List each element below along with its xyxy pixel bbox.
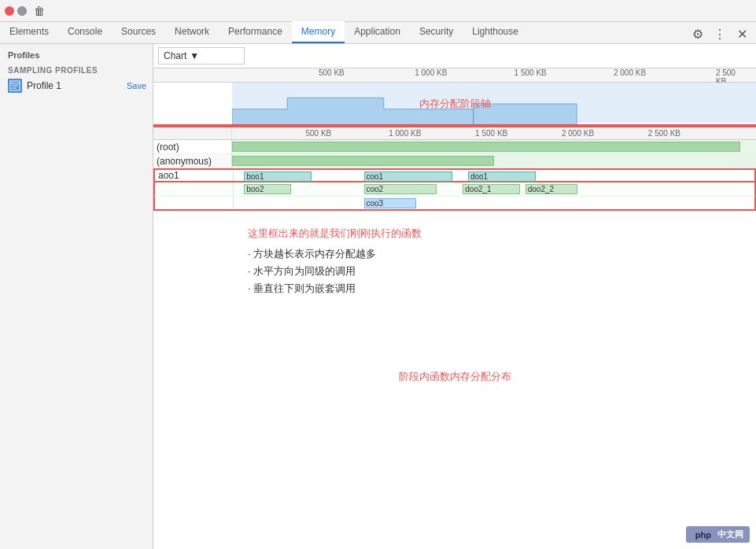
scale-2000kb-bot: 2 000 KB bbox=[562, 129, 594, 138]
profile-name: Profile 1 bbox=[27, 80, 122, 91]
boo2-block: boo2 bbox=[244, 184, 291, 194]
chart-select-label: Chart bbox=[164, 50, 186, 61]
coo3-label bbox=[155, 197, 234, 209]
section-label: 阶段内函数内存分配分布 bbox=[153, 307, 756, 400]
doo2-2-block: doo2_2 bbox=[526, 184, 577, 194]
scale-500kb-top: 500 KB bbox=[319, 68, 345, 77]
profile-icon bbox=[8, 79, 22, 93]
annotation-note3: · 垂直往下则为嵌套调用 bbox=[248, 282, 740, 296]
doo2-1-block: doo2_1 bbox=[463, 184, 520, 194]
main-layout: Profiles SAMPLING PROFILES Profile 1 Sav… bbox=[0, 44, 756, 549]
flame-table: (root) (anonymous) aoo1 boo1 co bbox=[153, 140, 756, 211]
anon-block bbox=[232, 156, 494, 166]
scale-1000kb-bot: 1 000 KB bbox=[389, 129, 421, 138]
anon-label: (anonymous) bbox=[153, 154, 232, 168]
chart-select-arrow: ▼ bbox=[190, 50, 199, 61]
aoo1-label: aoo1 bbox=[155, 170, 234, 181]
table-row-anon[interactable]: (anonymous) bbox=[153, 154, 756, 168]
tab-sources[interactable]: Sources bbox=[112, 21, 165, 43]
tab-memory[interactable]: Memory bbox=[292, 21, 345, 43]
annotation-area: 这里框出来的就是我们刚刚执行的函数 · 方块越长表示内存分配越多 · 水平方向为… bbox=[153, 211, 756, 307]
sidebar: Profiles SAMPLING PROFILES Profile 1 Sav… bbox=[0, 44, 153, 549]
tab-elements[interactable]: Elements bbox=[0, 21, 58, 43]
coo2-block: coo2 bbox=[364, 184, 437, 194]
tab-network[interactable]: Network bbox=[165, 21, 219, 43]
record-button[interactable] bbox=[5, 6, 14, 16]
scale-1500kb-bot: 1 500 KB bbox=[475, 129, 507, 138]
settings-icon[interactable]: ⚙ bbox=[688, 24, 707, 43]
table-row-boo2[interactable]: boo2 coo2 doo2_1 doo2_2 bbox=[153, 182, 756, 197]
chart-toolbar: Chart ▼ bbox=[153, 44, 756, 68]
boo1-block: boo1 bbox=[244, 171, 312, 182]
root-label: (root) bbox=[153, 140, 232, 153]
root-chart bbox=[232, 140, 756, 153]
doo1-block: doo1 bbox=[468, 171, 536, 182]
toolbar-right: ⚙ ⋮ ✕ bbox=[688, 24, 756, 43]
profiles-title: Profiles bbox=[0, 44, 153, 63]
devtools-toolbar: 🗑 bbox=[0, 0, 756, 22]
sampling-title: SAMPLING PROFILES bbox=[0, 63, 153, 76]
close-icon[interactable]: ✕ bbox=[732, 24, 751, 43]
scale-2500kb-bot: 2 500 KB bbox=[648, 129, 680, 138]
alloc-label: 内存分配阶段轴 bbox=[419, 97, 491, 111]
tab-lighthouse[interactable]: Lighthouse bbox=[463, 21, 528, 43]
boo2-label bbox=[155, 182, 234, 196]
scale-500kb-bot: 500 KB bbox=[305, 129, 331, 138]
profile-item[interactable]: Profile 1 Save bbox=[0, 76, 153, 95]
alloc-chart: 内存分配阶段轴 bbox=[153, 83, 756, 126]
anon-chart bbox=[232, 154, 756, 168]
content-area: Chart ▼ 500 KB 1 000 KB 1 500 KB 2 000 K… bbox=[153, 44, 756, 549]
tab-performance[interactable]: Performance bbox=[219, 21, 292, 43]
boo2-chart: boo2 coo2 doo2_1 doo2_2 bbox=[234, 182, 754, 196]
coo3-block: coo3 bbox=[364, 198, 416, 208]
scale-row-top: 500 KB 1 000 KB 1 500 KB 2 000 KB 2 500 … bbox=[153, 68, 756, 83]
tab-application[interactable]: Application bbox=[345, 21, 410, 43]
php-site: 中文网 bbox=[717, 529, 743, 540]
php-text: php bbox=[692, 529, 714, 540]
clear-button[interactable]: 🗑 bbox=[30, 2, 49, 20]
alloc-svg bbox=[232, 83, 756, 124]
table-row-coo3[interactable]: coo3 bbox=[153, 197, 756, 211]
scale-1000kb-top: 1 000 KB bbox=[415, 68, 447, 77]
scale-2000kb-top: 2 000 KB bbox=[614, 68, 646, 77]
coo3-chart: coo3 bbox=[234, 197, 754, 209]
tab-bar: Elements Console Sources Network Perform… bbox=[0, 22, 756, 44]
annotation-note1: · 方块越长表示内存分配越多 bbox=[248, 247, 740, 261]
tab-console[interactable]: Console bbox=[58, 21, 112, 43]
scale-row-bottom: 500 KB 1 000 KB 1 500 KB 2 000 KB 2 500 … bbox=[153, 126, 756, 140]
chart-select[interactable]: Chart ▼ bbox=[158, 47, 245, 64]
annotation-note2: · 水平方向为同级的调用 bbox=[248, 264, 740, 278]
tab-security[interactable]: Security bbox=[410, 21, 463, 43]
php-badge: php 中文网 bbox=[686, 526, 750, 543]
root-block bbox=[232, 142, 740, 152]
table-row-aoo1[interactable]: aoo1 boo1 coo1 doo1 bbox=[153, 168, 756, 182]
aoo1-chart: boo1 coo1 doo1 bbox=[234, 170, 754, 181]
scale-1500kb-top: 1 500 KB bbox=[514, 68, 547, 77]
annotation-highlight: 这里框出来的就是我们刚刚执行的函数 bbox=[248, 227, 740, 241]
table-row-root[interactable]: (root) bbox=[153, 140, 756, 154]
coo1-block: coo1 bbox=[364, 171, 453, 182]
save-link[interactable]: Save bbox=[127, 81, 146, 90]
more-icon[interactable]: ⋮ bbox=[710, 24, 729, 43]
stop-button[interactable] bbox=[17, 6, 27, 16]
